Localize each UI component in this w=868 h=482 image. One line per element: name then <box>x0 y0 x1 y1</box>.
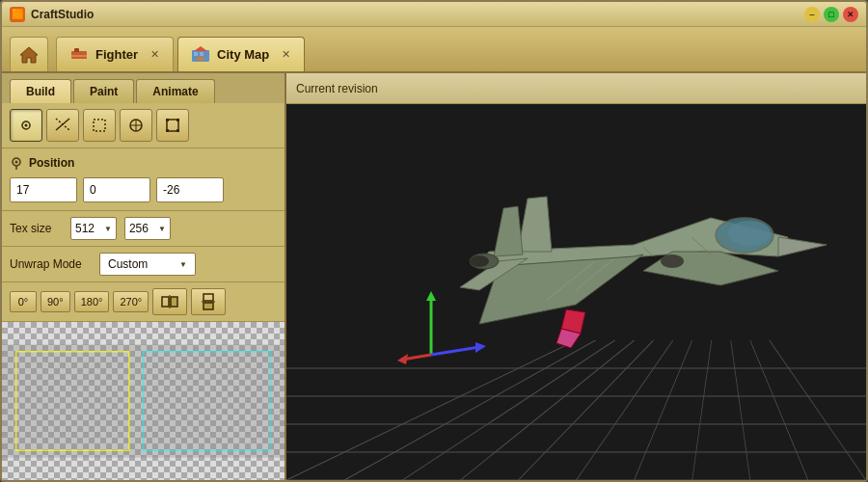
revision-label: Current revision <box>296 82 378 95</box>
tex-size-select-2[interactable]: 256 ▼ <box>124 217 171 240</box>
citymap-tab-close[interactable]: ✕ <box>279 48 292 62</box>
select-tool-icon <box>91 117 108 134</box>
tool-resize[interactable] <box>156 109 189 142</box>
rot-270-button[interactable]: 270° <box>113 291 149 312</box>
svg-rect-2 <box>74 48 79 52</box>
svg-rect-29 <box>203 303 213 309</box>
fighter-jet-svg <box>306 102 865 449</box>
svg-marker-8 <box>194 46 207 51</box>
svg-marker-70 <box>426 291 436 301</box>
rotate-tool-icon <box>54 117 71 134</box>
app-title: CraftStudio <box>31 8 94 21</box>
svg-point-23 <box>15 161 18 164</box>
fighter-tab-label: Fighter <box>95 47 138 62</box>
move-tool-icon <box>17 117 35 134</box>
maximize-button[interactable]: □ <box>824 7 839 22</box>
position-z[interactable] <box>156 177 224 202</box>
svg-marker-0 <box>20 47 38 63</box>
tex-size-val-2: 256 <box>129 222 156 235</box>
svg-marker-72 <box>397 354 408 364</box>
rot-0-button[interactable]: 0° <box>10 291 37 312</box>
unwrap-mode-label: Unwrap Mode <box>10 257 92 271</box>
svg-rect-18 <box>166 119 169 121</box>
mode-tabs: Build Paint Animate <box>2 73 285 103</box>
tool-rotate[interactable] <box>46 109 79 142</box>
tex-size-row: Tex size 512 ▼ 256 ▼ <box>2 211 285 247</box>
home-button[interactable] <box>10 37 48 71</box>
svg-rect-7 <box>197 57 204 61</box>
minimize-button[interactable]: – <box>804 7 820 22</box>
svg-rect-13 <box>94 120 105 131</box>
svg-rect-20 <box>166 129 169 132</box>
tools-panel <box>2 103 285 148</box>
position-section: Position <box>2 148 285 211</box>
position-y[interactable] <box>83 177 150 202</box>
pivot-tool-icon <box>127 117 145 134</box>
svg-point-53 <box>728 221 771 246</box>
svg-point-10 <box>25 124 28 127</box>
tab-bar: Fighter ✕ City Map ✕ <box>2 27 866 73</box>
rotation-row: 0° 90° 180° 270° <box>2 282 285 322</box>
tab-fighter[interactable]: Fighter ✕ <box>56 37 174 71</box>
svg-marker-57 <box>494 206 523 256</box>
tab-citymap[interactable]: City Map ✕ <box>177 37 305 71</box>
tool-select[interactable] <box>83 109 116 142</box>
position-inputs <box>10 177 277 202</box>
tab-animate[interactable]: Animate <box>136 79 214 103</box>
svg-rect-3 <box>71 55 87 57</box>
svg-rect-25 <box>162 297 169 307</box>
citymap-tab-icon <box>190 44 211 66</box>
svg-marker-74 <box>475 342 486 353</box>
viewport-inner <box>286 73 866 480</box>
flip-v-icon <box>198 291 219 312</box>
svg-marker-51 <box>778 237 827 256</box>
title-bar: 🟧 CraftStudio – □ ✕ <box>2 2 866 27</box>
svg-rect-6 <box>200 52 203 56</box>
home-icon <box>18 44 40 66</box>
tex-size-select-1[interactable]: 512 ▼ <box>70 217 117 240</box>
unwrap-mode-row: Unwrap Mode Custom ▼ <box>2 247 285 282</box>
app-window: 🟧 CraftStudio – □ ✕ Fighter ✕ <box>0 0 868 482</box>
app-icon: 🟧 <box>10 7 25 22</box>
svg-rect-28 <box>203 294 213 301</box>
tex-size-dropdown-2-arrow: ▼ <box>158 225 166 233</box>
main-content: Build Paint Animate <box>2 73 866 480</box>
close-window-button[interactable]: ✕ <box>843 7 858 22</box>
texture-preview-svg <box>2 322 285 480</box>
flip-horizontal-button[interactable] <box>152 288 187 315</box>
resize-tool-icon <box>164 117 181 134</box>
texture-preview <box>2 322 285 480</box>
window-controls: – □ ✕ <box>804 7 858 22</box>
unwrap-mode-value: Custom <box>108 257 176 271</box>
left-panel: Build Paint Animate <box>2 73 286 480</box>
citymap-tab-label: City Map <box>217 47 269 62</box>
tool-pivot[interactable] <box>120 109 152 142</box>
svg-rect-19 <box>176 119 179 121</box>
unwrap-mode-dropdown-arrow: ▼ <box>179 260 187 269</box>
svg-rect-5 <box>194 52 198 56</box>
flip-h-icon <box>159 291 180 312</box>
flip-vertical-button[interactable] <box>191 288 226 315</box>
tex-size-dropdown-1-arrow: ▼ <box>104 225 112 233</box>
fighter-tab-icon <box>68 44 90 66</box>
svg-point-65 <box>661 254 684 268</box>
viewport[interactable]: Current revision <box>286 73 866 480</box>
rot-90-button[interactable]: 90° <box>41 291 70 312</box>
revision-bar: Current revision <box>286 73 866 104</box>
svg-point-60 <box>470 255 489 267</box>
rot-180-button[interactable]: 180° <box>74 291 110 312</box>
tab-build[interactable]: Build <box>10 79 71 103</box>
tab-paint[interactable]: Paint <box>73 79 134 103</box>
tool-move[interactable] <box>10 109 42 142</box>
axis-arrows-svg <box>393 278 489 374</box>
svg-rect-26 <box>171 297 177 307</box>
svg-line-73 <box>431 347 479 355</box>
unwrap-mode-select[interactable]: Custom ▼ <box>99 253 196 276</box>
tex-size-val-1: 512 <box>75 222 102 235</box>
svg-marker-56 <box>518 197 552 252</box>
position-icon <box>10 156 23 170</box>
fighter-tab-close[interactable]: ✕ <box>148 48 161 62</box>
svg-marker-55 <box>643 252 778 285</box>
position-header: Position <box>10 156 277 170</box>
position-x[interactable] <box>10 177 77 202</box>
